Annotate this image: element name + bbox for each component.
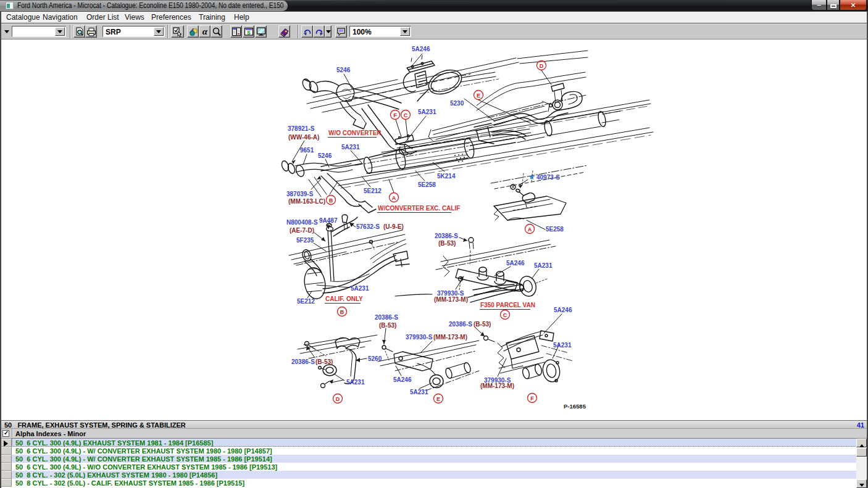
svg-text:(B-53): (B-53) — [474, 321, 491, 328]
svg-text:5K214: 5K214 — [437, 173, 456, 180]
svg-text:5246: 5246 — [336, 67, 351, 73]
svg-text:P-16585: P-16585 — [564, 403, 586, 410]
svg-text:9A487: 9A487 — [319, 217, 338, 224]
svg-text:A: A — [392, 195, 396, 201]
svg-text:(B-53): (B-53) — [438, 240, 456, 247]
svg-text:5F235: 5F235 — [296, 237, 314, 244]
svg-text:E: E — [477, 93, 480, 99]
svg-text:20386-S: 20386-S — [291, 358, 315, 365]
svg-text:F350 PARCEL VAN: F350 PARCEL VAN — [480, 302, 535, 308]
svg-text:5A246: 5A246 — [412, 46, 430, 52]
svg-text:F: F — [530, 395, 534, 402]
svg-text:(B-53): (B-53) — [315, 358, 333, 365]
svg-text:5E258: 5E258 — [546, 226, 564, 233]
svg-text:N800408-S: N800408-S — [286, 219, 318, 226]
svg-text:5260: 5260 — [368, 355, 382, 362]
svg-text:40973-S: 40973-S — [536, 174, 560, 181]
svg-text:20386-S: 20386-S — [435, 233, 458, 239]
svg-text:(MM-173-M): (MM-173-M) — [434, 296, 468, 303]
svg-text:5A231: 5A231 — [418, 109, 436, 115]
svg-text:5A231: 5A231 — [534, 262, 553, 269]
svg-text:D: D — [336, 396, 340, 402]
svg-text:5E258: 5E258 — [418, 181, 436, 188]
svg-text:5246: 5246 — [318, 152, 332, 159]
svg-text:57632-S: 57632-S — [356, 223, 380, 230]
svg-text:9651: 9651 — [300, 147, 314, 154]
svg-text:E: E — [436, 396, 440, 402]
svg-text:387039-S: 387039-S — [286, 191, 314, 197]
svg-text:(B-53): (B-53) — [379, 322, 396, 329]
svg-text:5A231: 5A231 — [553, 342, 572, 349]
svg-text:(AE-7-D): (AE-7-D) — [290, 227, 314, 234]
svg-text:(WW-46-A): (WW-46-A) — [288, 134, 319, 141]
svg-text:5A246: 5A246 — [554, 307, 572, 313]
svg-text:C: C — [503, 312, 507, 318]
svg-text:A: A — [528, 226, 532, 233]
svg-text:5A246: 5A246 — [506, 260, 525, 267]
svg-text:(U-9-E): (U-9-E) — [383, 223, 404, 230]
svg-text:5A231: 5A231 — [351, 285, 369, 292]
svg-text:20386-S: 20386-S — [375, 314, 398, 321]
svg-text:5A231: 5A231 — [410, 389, 428, 395]
svg-text:B: B — [340, 309, 344, 315]
svg-text:CALIF. ONLY: CALIF. ONLY — [325, 296, 363, 302]
svg-text:W/CONVERTER EXC. CALIF: W/CONVERTER EXC. CALIF — [378, 205, 460, 212]
svg-text:(MM-173-M): (MM-173-M) — [433, 334, 467, 341]
svg-text:C: C — [404, 112, 408, 118]
svg-text:α: α — [202, 27, 208, 36]
svg-text:W/O CONVERTER: W/O CONVERTER — [328, 130, 382, 136]
svg-text:5A246: 5A246 — [393, 376, 412, 383]
svg-text:F: F — [393, 112, 397, 118]
svg-text:(MM-163-LC): (MM-163-LC) — [288, 198, 325, 205]
svg-text:5A231: 5A231 — [346, 379, 365, 386]
svg-text:5A231: 5A231 — [341, 144, 360, 151]
svg-text:5E212: 5E212 — [297, 298, 315, 305]
svg-text:B: B — [329, 197, 333, 204]
svg-text:D: D — [540, 63, 544, 69]
svg-text:(MM-173-M): (MM-173-M) — [480, 383, 514, 389]
svg-text:379930-S: 379930-S — [406, 334, 433, 341]
svg-text:5230: 5230 — [450, 100, 464, 107]
svg-text:20386-S: 20386-S — [449, 321, 472, 328]
svg-text:$: $ — [247, 29, 251, 36]
svg-text:5E212: 5E212 — [364, 188, 382, 194]
svg-text:378921-S: 378921-S — [288, 125, 315, 132]
